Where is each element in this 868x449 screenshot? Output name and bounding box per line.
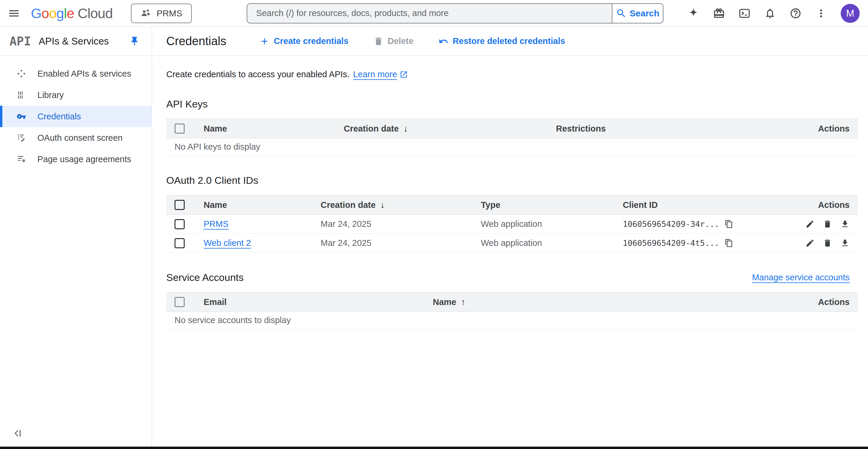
library-icon: [17, 90, 26, 100]
column-header-type[interactable]: Type: [481, 200, 623, 210]
delete-label: Delete: [388, 36, 413, 46]
service-accounts-header: Service Accounts Manage service accounts: [166, 272, 858, 283]
api-keys-empty-state: No API keys to display: [166, 139, 858, 156]
type-cell: Web application: [481, 238, 623, 248]
table-row-web-client-2: Web client 2 Mar 24, 2025 Web applicatio…: [166, 234, 858, 253]
header-actions: Create credentials Delete Restore delete…: [259, 36, 565, 46]
oauth-consent-icon: [17, 133, 26, 143]
column-header-client-id[interactable]: Client ID: [623, 200, 810, 210]
more-options-button[interactable]: [815, 7, 827, 19]
collapse-sidebar-button[interactable]: [12, 428, 23, 439]
pin-button[interactable]: [129, 36, 140, 47]
row-checkbox[interactable]: [175, 219, 185, 229]
sidebar-item-page-usage[interactable]: Page usage agreements: [0, 148, 152, 170]
edit-client-button[interactable]: [805, 238, 814, 248]
api-keys-title: API Keys: [166, 98, 858, 110]
page-content: Create credentials to access your enable…: [152, 56, 868, 447]
search-input[interactable]: [247, 4, 612, 23]
download-icon: [840, 219, 849, 229]
column-header-name[interactable]: Name: [204, 200, 320, 210]
type-cell: Web application: [481, 219, 623, 229]
sidebar-item-credentials[interactable]: Credentials: [0, 106, 152, 127]
sort-asc-icon: ↑: [461, 297, 465, 307]
client-name-link[interactable]: Web client 2: [204, 238, 251, 248]
sort-desc-icon: ↓: [380, 200, 385, 210]
api-product-logo: API: [9, 34, 31, 48]
hamburger-icon: [8, 7, 20, 20]
sidebar-item-label: Credentials: [37, 112, 81, 121]
restore-credentials-label: Restore deleted credentials: [453, 36, 565, 46]
menu-button[interactable]: [0, 0, 28, 27]
client-id-value: 1060569654209-34r...: [623, 219, 719, 229]
learn-more-label: Learn more: [353, 69, 397, 79]
download-client-button[interactable]: [840, 219, 849, 229]
pin-icon: [129, 36, 140, 47]
row-checkbox[interactable]: [175, 238, 185, 248]
avatar-initial: M: [846, 8, 854, 19]
sidebar-item-label: Library: [37, 90, 64, 100]
logo-letter: o: [41, 5, 49, 21]
delete-client-button[interactable]: [823, 219, 832, 229]
creation-date-cell: Mar 24, 2025: [320, 238, 481, 248]
gemini-button[interactable]: [687, 7, 700, 19]
free-trial-button[interactable]: [713, 7, 725, 19]
column-header-creation-date[interactable]: Creation date↓: [320, 200, 481, 210]
select-all-checkbox[interactable]: [175, 123, 185, 133]
search-button[interactable]: Search: [612, 4, 663, 23]
terminal-icon: [739, 7, 750, 19]
sidebar-title: APIs & Services: [39, 36, 109, 47]
column-header-creation-date[interactable]: Creation date↓: [344, 124, 556, 133]
intro-sentence: Create credentials to access your enable…: [166, 69, 349, 79]
table-row-prms: PRMS Mar 24, 2025 Web application 106056…: [166, 215, 858, 234]
create-credentials-button[interactable]: Create credentials: [259, 36, 348, 46]
column-header-email[interactable]: Email: [204, 297, 433, 307]
help-button[interactable]: [789, 7, 802, 19]
screen-bottom-edge: [0, 447, 868, 449]
topbar-icons: M: [687, 4, 860, 23]
column-header-name[interactable]: Name↑: [433, 297, 810, 307]
main-area: Credentials Create credentials Delete Re…: [152, 27, 868, 447]
service-accounts-header-row: Email Name↑ Actions: [166, 292, 858, 312]
learn-more-link[interactable]: Learn more: [353, 69, 408, 79]
delete-button[interactable]: Delete: [373, 36, 413, 46]
google-cloud-logo: Google Cloud: [31, 5, 113, 21]
column-header-actions: Actions: [810, 124, 858, 133]
project-picker[interactable]: PRMS: [131, 4, 192, 23]
sidebar-item-library[interactable]: Library: [0, 84, 152, 106]
cloud-shell-button[interactable]: [739, 7, 750, 19]
column-header-actions: Actions: [810, 297, 858, 307]
column-header-name[interactable]: Name: [204, 124, 344, 133]
enabled-apis-icon: [17, 69, 26, 79]
column-header-actions: Actions: [810, 200, 858, 210]
search-bar: Search: [247, 3, 663, 24]
sidebar-item-enabled-apis[interactable]: Enabled APIs & services: [0, 63, 152, 84]
collapse-panel-icon: [12, 428, 23, 439]
oauth-header-row: Name Creation date↓ Type Client ID Actio…: [166, 195, 858, 215]
sidebar-header: API APIs & Services: [0, 27, 152, 56]
oauth-clients-table: Name Creation date↓ Type Client ID Actio…: [166, 195, 858, 253]
copy-client-id-button[interactable]: [724, 239, 733, 247]
pencil-icon: [805, 238, 814, 248]
logo-letter: G: [31, 5, 41, 21]
logo-letter: o: [49, 5, 56, 21]
sidebar-item-label: OAuth consent screen: [37, 133, 123, 143]
select-all-checkbox[interactable]: [175, 297, 185, 307]
help-icon: [789, 7, 802, 19]
restore-credentials-button[interactable]: Restore deleted credentials: [438, 36, 565, 46]
notifications-button[interactable]: [764, 7, 776, 19]
logo-letter: g: [56, 5, 64, 21]
copy-client-id-button[interactable]: [724, 220, 733, 228]
edit-client-button[interactable]: [805, 219, 814, 229]
trash-icon: [823, 238, 832, 248]
client-name-link[interactable]: PRMS: [204, 219, 228, 229]
select-all-checkbox[interactable]: [175, 200, 185, 210]
delete-client-button[interactable]: [823, 238, 832, 248]
sidebar-item-oauth-consent[interactable]: OAuth consent screen: [0, 127, 152, 148]
account-avatar[interactable]: M: [841, 4, 860, 23]
column-header-restrictions[interactable]: Restrictions: [556, 124, 810, 133]
sidebar: API APIs & Services Enabled APIs & servi…: [0, 27, 152, 447]
creation-date-cell: Mar 24, 2025: [320, 219, 481, 229]
manage-service-accounts-link[interactable]: Manage service accounts: [752, 273, 849, 282]
trash-icon: [373, 36, 383, 46]
download-client-button[interactable]: [840, 238, 849, 248]
